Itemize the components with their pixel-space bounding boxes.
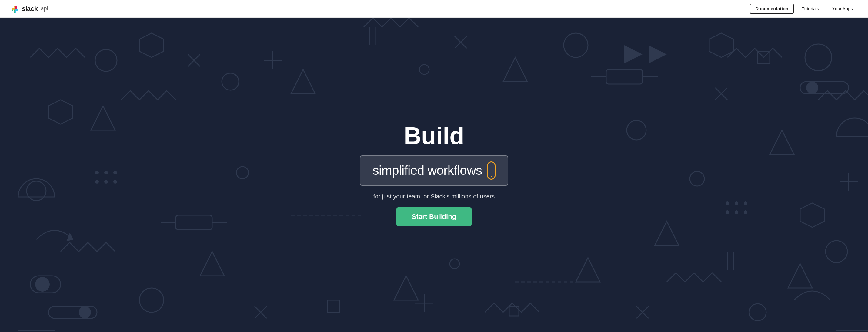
svg-point-8: [749, 304, 766, 321]
hero-content: Build simplified workflows for just your…: [354, 112, 514, 238]
svg-point-83: [35, 277, 50, 292]
svg-point-74: [237, 167, 249, 179]
logo-api-text: api: [41, 5, 48, 12]
svg-point-49: [113, 180, 117, 184]
svg-point-7: [826, 241, 847, 262]
svg-marker-30: [49, 100, 73, 124]
svg-marker-22: [200, 252, 224, 276]
hero-section: Build simplified workflows for just your…: [0, 18, 868, 332]
svg-point-5: [27, 181, 46, 201]
slack-logo-icon: [10, 4, 20, 13]
cursor-icon: [487, 162, 496, 179]
svg-point-61: [79, 306, 91, 319]
hero-subtitle-box: simplified workflows: [360, 156, 508, 186]
svg-point-63: [806, 82, 818, 94]
svg-point-4: [805, 44, 832, 71]
svg-point-76: [450, 259, 460, 269]
svg-point-51: [735, 201, 738, 205]
svg-point-47: [95, 180, 99, 184]
svg-point-46: [113, 171, 117, 174]
svg-point-48: [104, 180, 108, 184]
svg-marker-19: [291, 70, 315, 94]
logo[interactable]: slackapi: [10, 4, 48, 13]
svg-marker-25: [394, 276, 418, 300]
svg-rect-38: [176, 215, 212, 230]
svg-point-75: [690, 171, 704, 186]
svg-rect-71: [509, 306, 519, 316]
svg-point-0: [95, 50, 117, 71]
svg-point-50: [725, 201, 729, 205]
svg-marker-31: [800, 203, 824, 227]
svg-point-53: [725, 210, 729, 214]
svg-rect-70: [327, 300, 339, 312]
svg-point-52: [744, 201, 747, 205]
svg-marker-27: [788, 264, 812, 288]
svg-point-44: [95, 171, 99, 174]
nav-tutorials[interactable]: Tutorials: [796, 4, 824, 13]
svg-point-1: [222, 73, 239, 90]
main-nav: Documentation Tutorials Your Apps: [750, 4, 858, 13]
svg-marker-28: [140, 33, 164, 57]
main-header: slackapi Documentation Tutorials Your Ap…: [0, 0, 868, 18]
svg-point-55: [744, 210, 747, 214]
svg-rect-41: [606, 70, 643, 84]
svg-marker-57: [649, 45, 667, 63]
svg-marker-20: [503, 57, 527, 82]
svg-marker-24: [91, 106, 115, 130]
svg-point-3: [627, 120, 646, 140]
hero-title: Build: [404, 124, 464, 148]
nav-documentation[interactable]: Documentation: [750, 4, 794, 13]
logo-slack-text: slack: [22, 5, 38, 13]
svg-marker-29: [709, 33, 734, 57]
svg-point-54: [735, 210, 738, 214]
start-building-button[interactable]: Start Building: [396, 207, 471, 226]
svg-marker-23: [655, 221, 679, 246]
svg-point-73: [420, 65, 429, 74]
svg-marker-56: [624, 45, 643, 63]
svg-point-45: [104, 171, 108, 174]
nav-your-apps[interactable]: Your Apps: [827, 4, 858, 13]
hero-description: for just your team, or Slack's millions …: [373, 193, 495, 200]
hero-subtitle-text: simplified workflows: [372, 163, 482, 178]
svg-point-2: [564, 33, 588, 57]
svg-point-6: [140, 288, 164, 312]
svg-marker-21: [770, 130, 794, 155]
svg-marker-26: [576, 258, 600, 282]
